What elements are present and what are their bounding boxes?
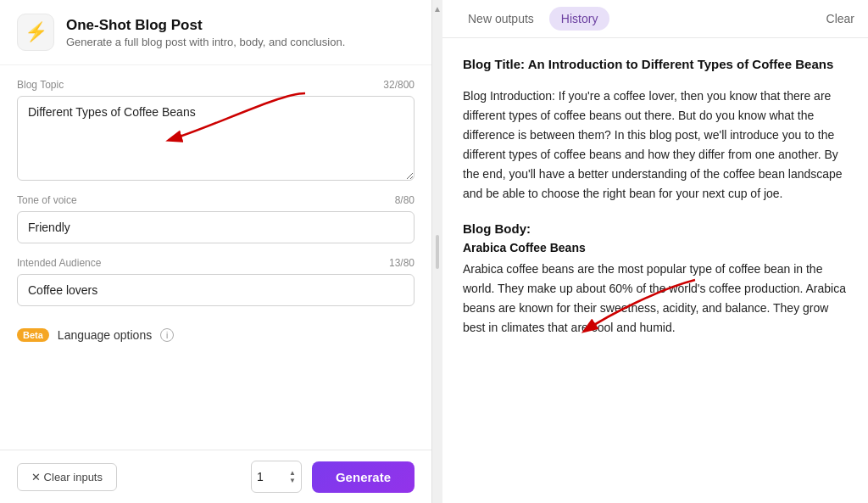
tab-history[interactable]: History [549,7,610,31]
blog-topic-counter: 32/800 [383,79,415,91]
blog-intro: Blog Introduction: If you're a coffee lo… [463,87,848,204]
blog-topic-group: Blog Topic 32/800 [17,79,415,181]
beta-badge: Beta [17,328,49,342]
tab-new-outputs[interactable]: New outputs [456,7,546,31]
clear-inputs-button[interactable]: ✕ Clear inputs [17,463,117,491]
blog-topic-input[interactable] [17,96,415,181]
audience-group: Intended Audience 13/80 [17,257,415,306]
audience-label-row: Intended Audience 13/80 [17,257,415,269]
divider-handle [436,235,439,269]
app-icon: ⚡ [17,14,54,51]
audience-counter: 13/80 [389,257,415,269]
tone-group: Tone of voice 8/80 [17,194,415,243]
bottom-bar: ✕ Clear inputs 1 ▲ ▼ Generate [0,450,431,503]
right-tabs: New outputs History Clear [442,0,868,38]
blog-body-title: Blog Body: [463,221,848,236]
blog-topic-label: Blog Topic [17,79,64,91]
blog-topic-label-row: Blog Topic 32/800 [17,79,415,91]
tone-input[interactable] [17,211,415,243]
language-label: Language options [58,328,152,342]
quantity-value: 1 [257,470,264,483]
left-panel: ⚡ One-Shot Blog Post Generate a full blo… [0,0,432,503]
clear-inputs-label: ✕ Clear inputs [31,471,103,483]
blog-title: Blog Title: An Introduction to Different… [463,55,848,73]
language-options-row: Beta Language options i [17,320,415,350]
blog-body-arabica: Arabica coffee beans are the most popula… [463,260,848,338]
generate-button[interactable]: Generate [312,461,415,493]
audience-input[interactable] [17,274,415,306]
blog-subsection-arabica: Arabica Coffee Beans [463,241,848,254]
info-icon[interactable]: i [160,328,174,342]
quantity-stepper[interactable]: 1 ▲ ▼ [251,461,302,493]
quantity-down-arrow[interactable]: ▼ [289,478,296,484]
scroll-indicator: ▲ [433,0,442,17]
lightning-icon: ⚡ [25,21,47,43]
app-subtitle: Generate a full blog post with intro, bo… [66,36,345,48]
clear-history-button[interactable]: Clear [826,12,854,25]
tone-counter: 8/80 [395,194,415,206]
right-panel: New outputs History Clear Blog Title: An… [442,0,868,503]
app-header: ⚡ One-Shot Blog Post Generate a full blo… [0,0,431,65]
tone-label: Tone of voice [17,194,77,206]
form-area: Blog Topic 32/800 Tone of voice 8/80 Int… [0,65,431,450]
app-title: One-Shot Blog Post [66,17,345,34]
quantity-up-arrow[interactable]: ▲ [289,470,296,477]
app-title-block: One-Shot Blog Post Generate a full blog … [66,17,345,48]
audience-label: Intended Audience [17,257,101,269]
panel-divider[interactable]: ▲ [432,0,442,503]
quantity-arrows: ▲ ▼ [289,470,296,484]
tone-label-row: Tone of voice 8/80 [17,194,415,206]
right-content: Blog Title: An Introduction to Different… [442,38,868,503]
